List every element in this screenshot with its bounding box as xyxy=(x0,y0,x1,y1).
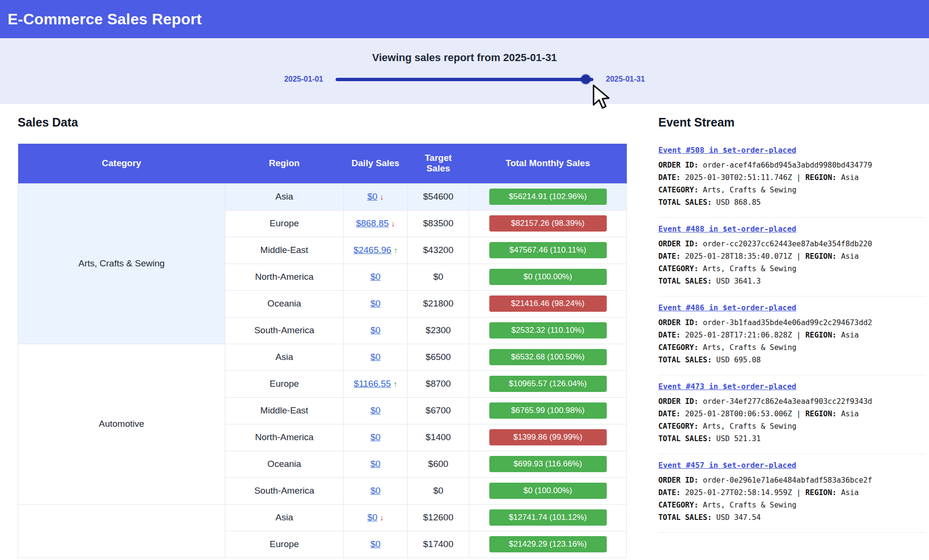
region-cell: Oceania xyxy=(225,290,344,317)
daily-sales-link[interactable]: $2465.96 xyxy=(353,245,391,255)
daily-sales-cell: $0 xyxy=(344,290,408,317)
field-label: REGION: xyxy=(805,173,841,182)
table-row: AutomotiveAsia$0$6500$6532.68 (100.50%) xyxy=(18,344,627,370)
total-sales-badge: $82157.26 (98.39%) xyxy=(489,215,607,232)
category-cell xyxy=(18,504,225,558)
daily-sales-link[interactable]: $0 xyxy=(370,539,380,549)
slider-thumb[interactable] xyxy=(581,74,591,84)
target-sales-cell: $54600 xyxy=(408,183,469,210)
field-label: REGION: xyxy=(805,410,841,418)
trend-up-icon: ↑ xyxy=(394,246,398,255)
target-sales-cell: $0 xyxy=(408,264,469,290)
region-cell: Middle-East xyxy=(225,237,344,264)
region-cell: South-America xyxy=(225,317,344,344)
event-field-line: CATEGORY: Arts, Crafts & Sewing xyxy=(658,263,926,275)
daily-sales-link[interactable]: $0 xyxy=(367,191,377,201)
daily-sales-link[interactable]: $0 xyxy=(370,298,380,308)
event-link[interactable]: Event #508 in $et-order-placed xyxy=(658,146,796,155)
date-filter-band: Viewing sales report from 2025-01-31 202… xyxy=(0,38,929,104)
field-label: ORDER ID: xyxy=(658,240,703,248)
field-value: 2025-01-27T02:58:14.959Z | xyxy=(685,488,805,497)
category-cell: Automotive xyxy=(18,344,225,504)
total-monthly-cell: $2532.32 (110.10%) xyxy=(469,317,627,344)
region-cell: North-America xyxy=(225,424,344,451)
event-field-line: CATEGORY: Arts, Crafts & Sewing xyxy=(658,341,926,354)
event-field-line: CATEGORY: Arts, Crafts & Sewing xyxy=(658,420,926,433)
event-field-line: DATE: 2025-01-28T18:35:40.071Z | REGION:… xyxy=(658,250,926,263)
daily-sales-link[interactable]: $0 xyxy=(370,325,380,335)
column-header: Region xyxy=(225,144,344,183)
event-field-line: ORDER ID: order-cc20237cc62443ee87ab4e35… xyxy=(658,238,926,250)
daily-sales-cell: $0 xyxy=(344,397,408,424)
daily-sales-cell: $0↓ xyxy=(344,183,408,210)
field-value: 2025-01-28T18:35:40.071Z | xyxy=(685,252,805,261)
total-sales-badge: $6532.68 (100.50%) xyxy=(489,349,607,365)
field-value: order-acef4fa66bd945a3abdd9980bd434779 xyxy=(703,161,872,169)
event-field-line: ORDER ID: order-0e2961e71a6e484abfadf583… xyxy=(658,474,926,486)
daily-sales-link[interactable]: $1166.55 xyxy=(354,379,391,389)
field-label: REGION: xyxy=(805,252,841,261)
daily-sales-cell: $0 xyxy=(344,344,408,370)
field-label: CATEGORY: xyxy=(658,343,703,352)
event-field-line: TOTAL SALES: USD 695.08 xyxy=(658,354,926,366)
column-header: Target Sales xyxy=(408,144,469,183)
app-header: E-Commerce Sales Report xyxy=(0,0,929,38)
target-sales-cell: $21800 xyxy=(408,290,469,317)
field-value: order-3b1faad35bde4e06ad99c2c294673dd2 xyxy=(703,318,872,327)
total-monthly-cell: $0 (100.00%) xyxy=(469,264,627,290)
event-field-line: ORDER ID: order-3b1faad35bde4e06ad99c2c2… xyxy=(658,317,926,329)
field-label: CATEGORY: xyxy=(658,264,703,273)
table-row: Arts, Crafts & SewingAsia$0↓$54600$56214… xyxy=(18,183,627,210)
field-label: DATE: xyxy=(658,488,685,497)
event-link[interactable]: Event #488 in $et-order-placed xyxy=(658,224,796,233)
daily-sales-link[interactable]: $0 xyxy=(370,352,380,362)
field-label: ORDER ID: xyxy=(658,161,703,169)
sales-heading: Sales Data xyxy=(18,116,627,129)
event-field-line: TOTAL SALES: USD 3641.3 xyxy=(658,275,926,287)
daily-sales-link[interactable]: $0 xyxy=(370,432,380,442)
daily-sales-link[interactable]: $868.85 xyxy=(356,218,389,228)
field-label: CATEGORY: xyxy=(658,501,703,509)
slider-track[interactable] xyxy=(336,78,593,81)
event-field-line: TOTAL SALES: USD 521.31 xyxy=(658,433,926,445)
daily-sales-link[interactable]: $0 xyxy=(367,512,377,522)
total-sales-badge: $21416.46 (98.24%) xyxy=(489,296,607,312)
field-label: TOTAL SALES: xyxy=(658,198,716,207)
field-label: REGION: xyxy=(805,488,841,497)
event-field-line: CATEGORY: Arts, Crafts & Sewing xyxy=(658,499,926,511)
daily-sales-cell: $0 xyxy=(344,424,408,451)
event-field-line: TOTAL SALES: USD 868.85 xyxy=(658,196,926,209)
event-link[interactable]: Event #473 in $et-order-placed xyxy=(658,382,796,391)
total-monthly-cell: $699.93 (116.66%) xyxy=(469,451,627,477)
page-title: E-Commerce Sales Report xyxy=(8,11,202,28)
daily-sales-cell: $868.85↓ xyxy=(344,210,408,237)
region-cell: Asia xyxy=(225,344,344,370)
daily-sales-cell: $0 xyxy=(344,451,408,477)
event-link[interactable]: Event #457 in $et-order-placed xyxy=(658,461,796,470)
region-cell: Asia xyxy=(225,183,344,210)
daily-sales-link[interactable]: $0 xyxy=(370,486,380,496)
total-monthly-cell: $47567.46 (110.11%) xyxy=(469,237,627,264)
trend-down-icon: ↓ xyxy=(380,514,384,522)
daily-sales-link[interactable]: $0 xyxy=(370,459,380,469)
daily-sales-link[interactable]: $0 xyxy=(370,272,380,282)
date-range-slider[interactable] xyxy=(336,74,593,84)
field-value: USD 521.31 xyxy=(716,434,760,443)
field-label: DATE: xyxy=(658,173,685,182)
mouse-cursor-icon xyxy=(592,84,611,112)
event-card: Event #488 in $et-order-placedORDER ID: … xyxy=(658,218,926,296)
field-value: Asia xyxy=(841,252,859,261)
field-value: USD 695.08 xyxy=(716,356,760,364)
field-label: ORDER ID: xyxy=(658,397,703,406)
region-cell: Middle-East xyxy=(225,397,344,424)
field-value: order-34ef277c862e4a3eaaf903cc22f9343d xyxy=(703,397,872,406)
slider-start-label: 2025-01-01 xyxy=(284,75,323,84)
daily-sales-link[interactable]: $0 xyxy=(370,405,380,415)
event-stream-panel: Event Stream Event #508 in $et-order-pla… xyxy=(658,116,926,558)
region-cell: Oceania xyxy=(225,451,344,477)
column-header: Total Monthly Sales xyxy=(469,144,627,183)
daily-sales-cell: $0 xyxy=(344,264,408,290)
event-field-line: DATE: 2025-01-28T17:21:06.828Z | REGION:… xyxy=(658,329,926,341)
event-link[interactable]: Event #486 in $et-order-placed xyxy=(658,303,796,312)
field-value: USD 3641.3 xyxy=(716,277,760,285)
